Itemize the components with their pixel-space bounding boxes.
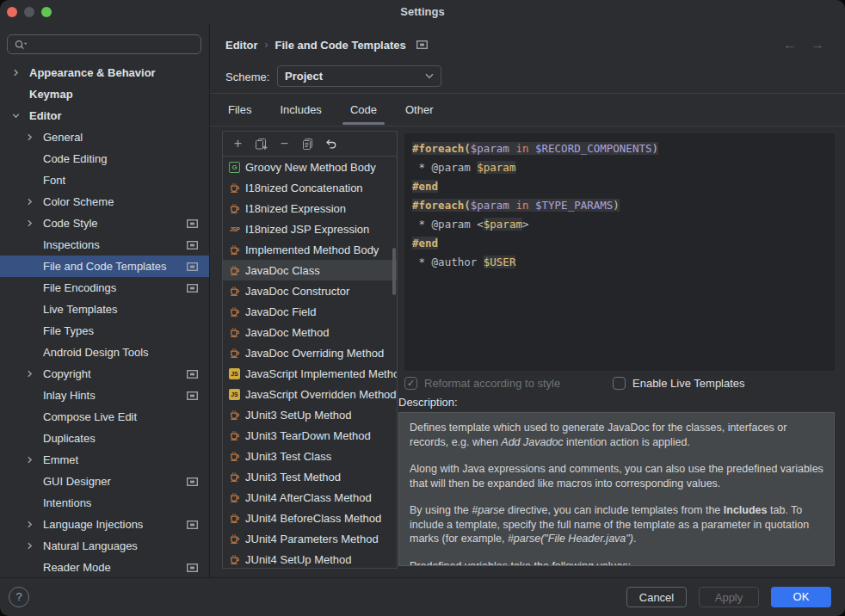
code-line: #end (412, 177, 835, 196)
sidebar-item-code-style[interactable]: Code Style (0, 213, 209, 234)
sidebar-item-gui-designer[interactable]: GUI Designer (0, 471, 209, 492)
sidebar-item-file-types[interactable]: File Types (0, 320, 209, 342)
sidebar-item-intentions[interactable]: Intentions (0, 492, 209, 514)
sidebar-item-font[interactable]: Font (0, 169, 209, 191)
scheme-select[interactable]: Project (277, 65, 441, 87)
template-item-i18nized-concatenation[interactable]: I18nized Concatenation (223, 177, 397, 198)
sidebar-item-appearance-behavior[interactable]: Appearance & Behavior (0, 62, 209, 83)
template-list-panel: + − (222, 131, 398, 569)
live-templates-checkbox[interactable] (613, 377, 626, 390)
description-run: intention action is applied. (564, 436, 690, 448)
copy-template-icon[interactable] (296, 133, 319, 154)
sidebar-item-live-templates[interactable]: Live Templates (0, 299, 209, 320)
template-item-junit3-test-class[interactable]: JUnit3 Test Class (223, 446, 397, 466)
breadcrumb-file-and-code-templates: File and Code Templates (275, 39, 406, 52)
help-button[interactable]: ? (9, 587, 29, 607)
sidebar-item-code-editing[interactable]: Code Editing (0, 148, 209, 169)
tab-files[interactable]: Files (225, 100, 254, 125)
template-item-i18nized-expression[interactable]: I18nized Expression (223, 198, 397, 219)
template-item-junit4-parameters-method[interactable]: JUnit4 Parameters Method (223, 528, 397, 549)
template-item-implemented-method-body[interactable]: Implemented Method Body (223, 239, 397, 260)
code-line: * @author $USER (412, 253, 835, 272)
sidebar-item-file-encodings[interactable]: File Encodings (0, 277, 209, 299)
template-item-junit4-beforeclass-method[interactable]: JUnit4 BeforeClass Method (223, 508, 397, 528)
ok-button[interactable]: OK (771, 587, 831, 607)
sidebar-item-emmet[interactable]: Emmet (0, 449, 209, 471)
sidebar-item-file-and-code-templates[interactable]: File and Code Templates (0, 256, 209, 277)
chevron-collapsed-icon[interactable] (26, 219, 43, 227)
sidebar-item-compose-live-edit[interactable]: Compose Live Edit (0, 406, 209, 428)
sidebar-item-copyright[interactable]: Copyright (0, 363, 209, 385)
forward-arrow-icon[interactable]: → (811, 36, 824, 53)
chevron-expanded-icon[interactable] (12, 112, 29, 120)
cancel-button[interactable]: Cancel (626, 587, 687, 607)
sidebar-item-label: Duplicates (43, 432, 96, 445)
titlebar: Settings (0, 0, 845, 24)
remove-template-icon[interactable]: − (273, 133, 296, 154)
project-level-icon (187, 370, 198, 379)
template-item-javadoc-method[interactable]: JavaDoc Method (223, 322, 397, 342)
sidebar-item-label: Editor (29, 109, 62, 122)
tab-code[interactable]: Code (348, 100, 379, 125)
template-code-editor[interactable]: #foreach($param in $RECORD_COMPONENTS) *… (404, 133, 835, 371)
template-item-junit4-afterclass-method[interactable]: JUnit4 AfterClass Method (223, 487, 397, 508)
sidebar-item-reader-mode[interactable]: Reader Mode (0, 557, 209, 578)
template-item-label: I18nized JSP Expression (245, 223, 369, 236)
sidebar-item-general[interactable]: General (0, 126, 209, 148)
template-item-label: I18nized Concatenation (245, 182, 363, 194)
project-level-icon (187, 241, 198, 249)
chevron-collapsed-icon[interactable] (26, 542, 43, 550)
groovy-glyph: G (229, 162, 240, 173)
chevron-collapsed-icon[interactable] (26, 198, 43, 206)
sidebar-item-inspections[interactable]: Inspections (0, 234, 209, 256)
chevron-collapsed-icon[interactable] (26, 370, 43, 378)
sidebar-item-duplicates[interactable]: Duplicates (0, 428, 209, 449)
list-scrollbar[interactable] (392, 248, 396, 295)
reset-template-icon[interactable] (319, 133, 342, 154)
sidebar-item-natural-languages[interactable]: Natural Languages (0, 535, 209, 557)
sidebar-item-color-scheme[interactable]: Color Scheme (0, 191, 209, 213)
sidebar: Appearance & BehaviorKeymapEditorGeneral… (0, 24, 210, 578)
sidebar-item-language-injections[interactable]: Language Injections (0, 514, 209, 535)
template-item-junit3-test-method[interactable]: JUnit3 Test Method (223, 466, 397, 487)
add-template-icon[interactable]: + (226, 133, 250, 154)
sidebar-item-label: Compose Live Edit (43, 410, 137, 423)
template-item-junit3-setup-method[interactable]: JUnit3 SetUp Method (223, 404, 397, 425)
sidebar-item-editor[interactable]: Editor (0, 105, 209, 126)
create-from-template-icon[interactable] (250, 133, 273, 154)
template-item-junit3-teardown-method[interactable]: JUnit3 TearDown Method (223, 425, 397, 446)
chevron-collapsed-icon[interactable] (12, 69, 29, 77)
breadcrumb-separator: › (265, 39, 268, 51)
project-level-icon (187, 477, 198, 486)
chevron-collapsed-icon[interactable] (26, 521, 43, 528)
java-icon (229, 471, 240, 483)
template-item-javascript-overridden-method[interactable]: JSJavaScript Overridden Method (223, 384, 397, 404)
sidebar-item-keymap[interactable]: Keymap (0, 83, 209, 105)
breadcrumb-editor[interactable]: Editor (225, 39, 258, 52)
tab-other[interactable]: Other (403, 100, 436, 125)
sidebar-item-label: Reader Mode (43, 561, 111, 574)
settings-search-input[interactable] (7, 34, 201, 54)
project-level-icon (187, 284, 198, 293)
sidebar-item-inlay-hints[interactable]: Inlay Hints (0, 385, 209, 406)
java-icon (229, 244, 240, 256)
apply-button: Apply (699, 587, 759, 607)
template-item-javadoc-overriding-method[interactable]: JavaDoc Overriding Method (223, 342, 397, 363)
template-item-junit4-setup-method[interactable]: JUnit4 SetUp Method (223, 549, 397, 568)
template-item-javascript-implemented-method[interactable]: JSJavaScript Implemented Method (223, 363, 397, 384)
chevron-collapsed-icon[interactable] (26, 133, 43, 141)
template-item-javadoc-class[interactable]: JavaDoc Class (223, 260, 397, 280)
chevron-collapsed-icon[interactable] (26, 456, 43, 464)
template-item-i18nized-jsp-expression[interactable]: JSPI18nized JSP Expression (223, 219, 397, 239)
template-list-toolbar: + − (223, 132, 397, 157)
java-icon (229, 430, 240, 441)
project-level-icon (187, 521, 198, 529)
java-icon (229, 533, 240, 545)
template-item-groovy-new-method-body[interactable]: GGroovy New Method Body (223, 157, 397, 177)
tab-includes[interactable]: Includes (277, 100, 324, 125)
back-arrow-icon[interactable]: ← (783, 36, 797, 53)
template-item-javadoc-field[interactable]: JavaDoc Field (223, 301, 397, 322)
template-item-javadoc-constructor[interactable]: JavaDoc Constructor (223, 280, 397, 301)
sidebar-item-android-design-tools[interactable]: Android Design Tools (0, 342, 209, 363)
template-item-label: JUnit3 TearDown Method (245, 429, 371, 442)
